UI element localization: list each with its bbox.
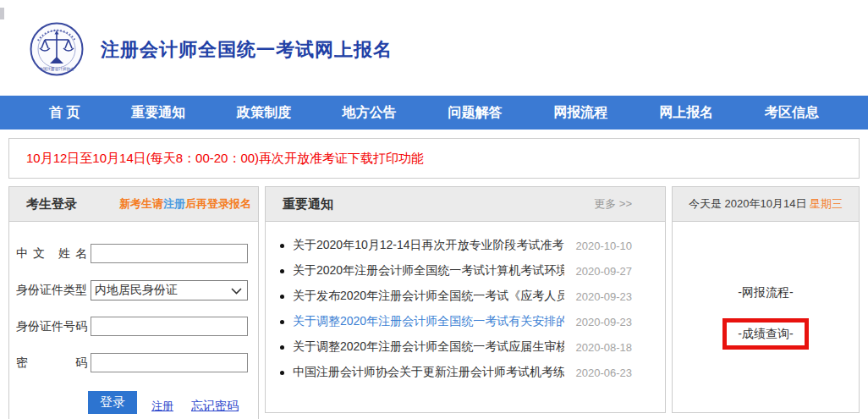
login-button[interactable]: 登录 bbox=[88, 391, 137, 414]
candidate-login-panel: 考生登录 新考生请注册后再登录报名 中文 姓名 身份证件类型 内地居民身份证 身… bbox=[8, 186, 259, 419]
nav-item-local-announcements[interactable]: 地方公告 bbox=[343, 104, 397, 122]
bullet-icon bbox=[280, 295, 284, 299]
nav-item-faq[interactable]: 问题解答 bbox=[448, 104, 503, 122]
notice-title: 关于调整2020年注册会计师全国统一考试有关安排的公告 bbox=[293, 314, 564, 329]
more-link[interactable]: 更多 >> bbox=[594, 196, 632, 212]
new-candidate-hint: 新考生请注册后再登录报名 bbox=[119, 196, 251, 212]
id-number-input[interactable] bbox=[91, 317, 248, 336]
notice-item[interactable]: 中国注册会计师协会关于更新注册会计师考试机考练习网站的公... 2020-06-… bbox=[266, 360, 665, 385]
hint-suffix: 后再登录报名 bbox=[185, 197, 251, 210]
bullet-icon bbox=[280, 244, 284, 248]
today-date: 今天是 2020年10月14日 bbox=[689, 197, 810, 210]
id-type-selected-value: 内地居民身份证 bbox=[95, 283, 178, 298]
bullet-icon bbox=[280, 269, 284, 273]
cpa-exam-registration-page: 中国注册会计师协会 注册会计师全国统一考试网上报名 首 页 重要通知 政策制度 … bbox=[0, 0, 868, 419]
today-sidebar-panel: 今天是 2020年10月14日 星期三 -网报流程- -成绩查询- bbox=[672, 186, 860, 413]
chevron-down-icon bbox=[231, 288, 242, 295]
id-type-select[interactable]: 内地居民身份证 bbox=[91, 280, 248, 300]
page-title: 注册会计师全国统一考试网上报名 bbox=[101, 37, 393, 63]
chinese-name-input[interactable] bbox=[91, 244, 248, 263]
important-notices-panel: 重要通知 更多 >> 关于2020年10月12-14日再次开放专业阶段考试准考.… bbox=[265, 186, 666, 413]
cicpa-seal-icon: 中国注册会计师协会 bbox=[26, 22, 87, 76]
notice-title: 关于2020年10月12-14日再次开放专业阶段考试准考... bbox=[293, 238, 564, 253]
hint-register-link[interactable]: 注册 bbox=[163, 197, 185, 210]
notice-title: 关于调整2020年注册会计师全国统一考试应届生审核及准考... bbox=[293, 339, 564, 355]
notice-title: 关于2020年注册会计师全国统一考试计算机考试环境下故障... bbox=[293, 263, 564, 278]
nav-item-important-notices[interactable]: 重要通知 bbox=[131, 104, 185, 122]
nav-item-policies[interactable]: 政策制度 bbox=[237, 104, 291, 122]
login-panel-header: 考生登录 新考生请注册后再登录报名 bbox=[9, 187, 258, 222]
notice-title: 关于发布2020年注册会计师全国统一考试《应考人员安全承... bbox=[293, 289, 564, 304]
notices-panel-title: 重要通知 bbox=[283, 196, 333, 212]
announcement-text: 10月12日至10月14日(每天8：00-20：00)再次开放准考证下载打印功能 bbox=[26, 151, 424, 167]
notice-list: 关于2020年10月12-14日再次开放专业阶段考试准考... 2020-10-… bbox=[266, 222, 665, 385]
bullet-icon bbox=[280, 345, 284, 350]
password-input[interactable] bbox=[91, 353, 248, 372]
form-row-name: 中文 姓名 bbox=[16, 244, 258, 263]
password-label: 密 码 bbox=[16, 356, 87, 371]
forgot-password-link[interactable]: 忘记密码 bbox=[191, 399, 239, 414]
notice-date: 2020-09-27 bbox=[564, 265, 632, 278]
main-nav: 首 页 重要通知 政策制度 地方公告 问题解答 网报流程 网上报名 考区信息 bbox=[0, 96, 868, 130]
id-number-label: 身份证件号码 bbox=[16, 319, 87, 334]
notice-date: 2020-10-10 bbox=[564, 240, 632, 252]
nav-item-exam-area-info[interactable]: 考区信息 bbox=[765, 104, 819, 122]
today-header: 今天是 2020年10月14日 星期三 bbox=[673, 187, 859, 222]
today-date-text: 今天是 2020年10月14日 星期三 bbox=[689, 196, 843, 212]
id-type-label: 身份证件类型 bbox=[16, 283, 87, 298]
sidebar-content: -网报流程- -成绩查询- bbox=[673, 222, 859, 350]
site-header: 中国注册会计师协会 注册会计师全国统一考试网上报名 bbox=[0, 0, 868, 96]
notice-date: 2020-09-23 bbox=[564, 290, 632, 303]
form-row-id-type: 身份证件类型 内地居民身份证 bbox=[16, 280, 258, 300]
registration-flow-link[interactable]: -网报流程- bbox=[738, 285, 793, 300]
corner-artifact bbox=[0, 8, 4, 19]
bullet-icon bbox=[280, 320, 284, 324]
announcement-banner: 10月12日至10月14日(每天8：00-20：00)再次开放准考证下载打印功能 bbox=[8, 138, 860, 179]
notice-item[interactable]: 关于2020年10月12-14日再次开放专业阶段考试准考... 2020-10-… bbox=[266, 233, 665, 258]
register-link[interactable]: 注册 bbox=[151, 399, 173, 414]
hint-prefix: 新考生请 bbox=[119, 197, 163, 210]
score-query-highlight-box: -成绩查询- bbox=[722, 318, 808, 350]
today-weekday: 星期三 bbox=[810, 197, 843, 210]
notice-item[interactable]: 关于调整2020年注册会计师全国统一考试应届生审核及准考... 2020-08-… bbox=[266, 334, 665, 360]
notice-title: 中国注册会计师协会关于更新注册会计师考试机考练习网站的公... bbox=[293, 365, 564, 380]
nav-item-online-registration[interactable]: 网上报名 bbox=[659, 104, 713, 122]
bullet-icon bbox=[280, 371, 284, 375]
notices-panel-header: 重要通知 更多 >> bbox=[266, 187, 665, 222]
notice-item[interactable]: 关于发布2020年注册会计师全国统一考试《应考人员安全承... 2020-09-… bbox=[266, 284, 665, 309]
notice-item-highlighted[interactable]: 关于调整2020年注册会计师全国统一考试有关安排的公告 2020-09-23 bbox=[266, 309, 665, 334]
login-form: 中文 姓名 身份证件类型 内地居民身份证 身份证件号码 密 码 bbox=[9, 222, 258, 414]
notice-item[interactable]: 关于2020年注册会计师全国统一考试计算机考试环境下故障... 2020-09-… bbox=[266, 258, 665, 284]
form-row-id-number: 身份证件号码 bbox=[16, 317, 258, 336]
login-panel-title: 考生登录 bbox=[26, 196, 77, 212]
nav-item-registration-flow[interactable]: 网报流程 bbox=[553, 104, 607, 122]
notice-date: 2020-06-23 bbox=[564, 367, 632, 379]
nav-item-home[interactable]: 首 页 bbox=[49, 104, 80, 122]
login-actions: 登录 注册 忘记密码 bbox=[88, 391, 258, 414]
score-query-link[interactable]: -成绩查询- bbox=[738, 327, 793, 340]
form-row-password: 密 码 bbox=[16, 353, 258, 372]
notice-date: 2020-09-23 bbox=[564, 316, 632, 328]
notice-date: 2020-08-18 bbox=[564, 341, 632, 354]
name-label: 中文 姓名 bbox=[16, 246, 87, 262]
